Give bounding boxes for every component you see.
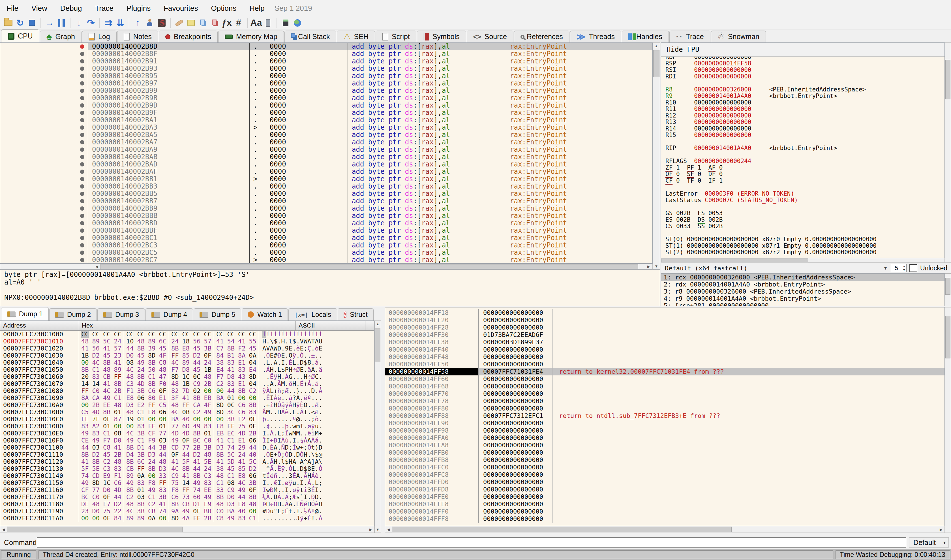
scroll-thumb[interactable]: [653, 50, 660, 77]
arg-row[interactable]: 2: rdx 000000014001A4A0 <brbbot.EntryPoi…: [661, 281, 945, 288]
stack-row[interactable]: 000000000014FF980000000000000000: [385, 427, 945, 434]
stack-row[interactable]: 000000000014FFB00000000000000000: [385, 449, 945, 456]
breakpoint-dot-icon[interactable]: [80, 184, 85, 189]
disassembly-view[interactable]: 0000000140002B8D. 0000add byte ptr ds:[r…: [0, 43, 653, 263]
dump-row[interactable]: 00007FFC730C10E04983C1084C3BCF774D4D8B01…: [0, 430, 374, 437]
register-line[interactable]: CS 0033 SS 002B: [665, 223, 945, 229]
bookmark-button[interactable]: [209, 17, 221, 29]
disasm-row[interactable]: 0000000140002B91. 0000add byte ptr ds:[r…: [0, 57, 652, 65]
step-over-button[interactable]: ↷: [85, 17, 97, 29]
dump-row[interactable]: 00007FFC730C10301BD24523D0458D4FFF85D20F…: [0, 352, 374, 359]
function-button[interactable]: ƒx: [221, 17, 232, 29]
disasm-row[interactable]: 0000000140002BAB. 0000add byte ptr ds:[r…: [0, 153, 652, 160]
menu-file[interactable]: File: [0, 0, 25, 17]
dump-row[interactable]: 00007FFC730C11A000000F8489890A008D4AFF2B…: [0, 515, 374, 522]
registers-view[interactable]: Hide FPU RBP 0000000000000000RSP 0000000…: [660, 43, 945, 258]
dump-row[interactable]: 00007FFC730C11108BD2452BD43BD3440F44D248…: [0, 451, 374, 458]
stack-row[interactable]: 000000000014FF500000000000000000: [385, 361, 945, 368]
dump-hscrollbar[interactable]: ◀ ▶: [0, 526, 374, 533]
disasm-row[interactable]: 0000000140002BB5. 0000add byte ptr ds:[r…: [0, 190, 652, 197]
scroll-thumb[interactable]: [945, 316, 950, 358]
open-file-button[interactable]: [2, 17, 14, 29]
run-to-user-code-button[interactable]: [144, 17, 155, 29]
register-line[interactable]: ST(0) 00000000000000000000 x87r0 Empty 0…: [665, 236, 945, 243]
tab-locals[interactable]: Locals: [288, 308, 337, 320]
dump-row[interactable]: 00007FFC730C102041564157448B39458BE8453B…: [0, 345, 374, 352]
assemble-button[interactable]: Aa: [250, 17, 262, 29]
arg-row[interactable]: 3: r8 0000000000326000 <PEB.InheritedAdd…: [661, 288, 945, 295]
dump-row[interactable]: 00007FFC730C10B0C54D8B0148C1E8064C0BC249…: [0, 409, 374, 415]
dump-row[interactable]: 00007FFC730C10908ACA49C1E80680E13F418BEB…: [0, 394, 374, 402]
register-line[interactable]: R14 0000000000000000: [665, 125, 945, 132]
register-line[interactable]: [665, 203, 945, 210]
disasm-row[interactable]: 0000000140002B8F. 0000add byte ptr ds:[r…: [0, 50, 652, 57]
breakpoint-dot-icon[interactable]: [80, 206, 85, 211]
scylla-button[interactable]: [155, 17, 168, 29]
stack-row[interactable]: 000000000014FF600000000000000000: [385, 375, 945, 383]
disasm-row[interactable]: 0000000140002BB3. 0000add byte ptr ds:[r…: [0, 183, 652, 190]
register-line[interactable]: ZF 1 PF 1 AF 0: [665, 165, 945, 171]
stack-row[interactable]: 000000000014FFE80000000000000000: [385, 500, 945, 508]
menu-debug[interactable]: Debug: [54, 0, 89, 17]
calculator-button[interactable]: [280, 17, 291, 29]
register-line[interactable]: [665, 138, 945, 145]
stack-row[interactable]: 000000000014FFD00000000000000000: [385, 478, 945, 486]
stack-row[interactable]: 000000000014FF280000000000000000: [385, 324, 945, 331]
breakpoint-dot-icon[interactable]: [80, 148, 85, 152]
register-line[interactable]: RIP 000000014001A4A0 <brbbot.EntryPoint>: [665, 145, 945, 151]
disasm-row[interactable]: 0000000140002B95. 0000add byte ptr ds:[r…: [0, 72, 652, 80]
tab-memory-map[interactable]: Memory Map: [218, 31, 284, 43]
arg-row[interactable]: 4: r9 000000014001A4A0 <brbbot.EntryPoin…: [661, 295, 945, 302]
breakpoint-dot-icon[interactable]: [80, 162, 85, 166]
register-line[interactable]: ES 002B DS 002B: [665, 217, 945, 223]
menu-favourites[interactable]: Favourites: [157, 0, 205, 17]
breakpoint-dot-icon[interactable]: [80, 140, 85, 145]
disasm-vscrollbar[interactable]: ▲ ▼: [653, 43, 660, 269]
disassembly-rows[interactable]: 0000000140002B8D. 0000add byte ptr ds:[r…: [0, 43, 652, 263]
stack-row[interactable]: 000000000014FF8800007FFC7312EFC1return t…: [385, 412, 945, 420]
step-into-button[interactable]: ↓: [73, 17, 85, 29]
dropdown-arrow-icon[interactable]: ▾: [884, 265, 891, 271]
dump-row[interactable]: 00007FFC730C10701414418BC34D8BF0481BC92B…: [0, 380, 374, 387]
tab-breakpoints[interactable]: Breakpoints: [159, 31, 218, 43]
tab-threads[interactable]: Threads: [570, 31, 621, 43]
disasm-row[interactable]: 0000000140002BAF. 0000add byte ptr ds:[r…: [0, 168, 652, 175]
stack-row[interactable]: 000000000014FF480000000000000000: [385, 353, 945, 361]
stack-hscrollbar[interactable]: ◀ ▶: [385, 526, 945, 533]
disasm-row[interactable]: 0000000140002B9B. 0000add byte ptr ds:[r…: [0, 94, 652, 102]
disasm-row[interactable]: 0000000140002BB7. 0000add byte ptr ds:[r…: [0, 197, 652, 205]
scroll-right-icon[interactable]: ▶: [646, 264, 652, 269]
tab-snowman[interactable]: Snowman: [711, 31, 766, 43]
arg-count-stepper[interactable]: 5 ▲▼: [891, 264, 906, 272]
dump-row[interactable]: 00007FFC730C1040004C8B4108498BC84C894424…: [0, 359, 374, 366]
tab-dump-1[interactable]: Dump 1: [1, 307, 49, 320]
register-line[interactable]: LastError 000003F0 (ERROR_NO_TOKEN): [665, 191, 945, 197]
tab-graph[interactable]: Graph: [40, 31, 82, 43]
breakpoint-dot-icon[interactable]: [80, 177, 85, 181]
register-line[interactable]: RSP 000000000014FF58: [665, 60, 945, 67]
breakpoint-dot-icon[interactable]: [80, 133, 85, 137]
comment-button[interactable]: [185, 17, 197, 29]
stack-row[interactable]: 000000000014FF780000000000000000: [385, 397, 945, 405]
stack-row[interactable]: 000000000014FF5800007FFC71031FE4return t…: [385, 368, 945, 375]
menu-help[interactable]: Help: [243, 0, 271, 17]
register-line[interactable]: R12 0000000000000000: [665, 112, 945, 119]
disasm-row[interactable]: 0000000140002B9D. 0000add byte ptr ds:[r…: [0, 102, 652, 109]
run-button[interactable]: →: [44, 17, 55, 29]
breakpoint-dot-icon[interactable]: [80, 66, 85, 71]
tab-watch-1[interactable]: Watch 1: [242, 308, 288, 320]
stack-row[interactable]: 000000000014FF200000000000000000: [385, 317, 945, 324]
scroll-thumb[interactable]: [661, 258, 808, 262]
breakpoint-dot-icon[interactable]: [80, 199, 85, 203]
stack-row[interactable]: 000000000014FFD80000000000000000: [385, 486, 945, 493]
arg-row[interactable]: 1: rcx 0000000000326000 <PEB.InheritedAd…: [661, 274, 945, 281]
breakpoint-dot-icon[interactable]: [80, 59, 85, 63]
breakpoint-dot-icon[interactable]: [80, 251, 85, 255]
tab-symbols[interactable]: Symbols: [417, 31, 466, 43]
animate-over-button[interactable]: ⇊: [114, 17, 126, 29]
tab-handles[interactable]: Handles: [622, 31, 669, 43]
dump-row[interactable]: 00007FFC730C1150498D1CC64983F8FF75144983…: [0, 479, 374, 486]
disasm-row[interactable]: 0000000140002BBB. 0000add byte ptr ds:[r…: [0, 212, 652, 219]
disasm-row[interactable]: 0000000140002BC1. 0000add byte ptr ds:[r…: [0, 234, 652, 242]
menu-view[interactable]: View: [25, 0, 54, 17]
